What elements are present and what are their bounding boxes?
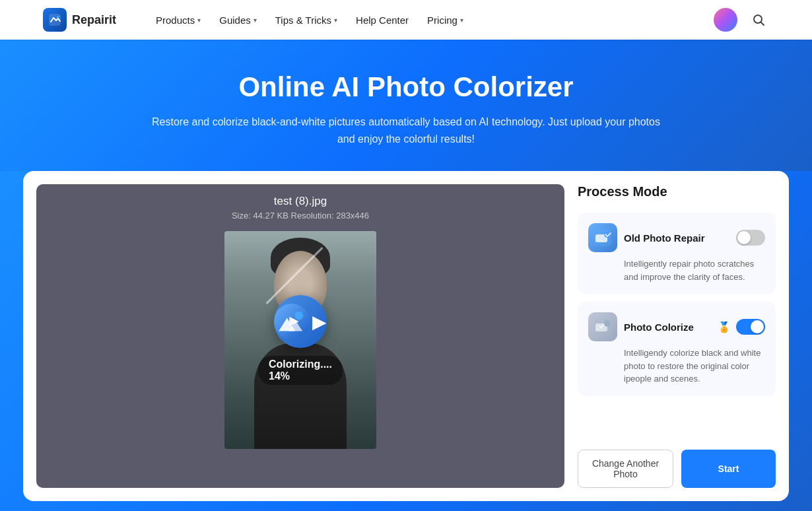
mode-card-colorize: Photo Colorize 🏅 Intelligendy colorize b… (578, 302, 776, 396)
colorize-mode-label: Photo Colorize (624, 322, 712, 333)
mode-card-repair-header: Old Photo Repair (588, 223, 765, 252)
mode-card-repair: Old Photo Repair Intelligently repair ph… (578, 213, 776, 294)
colorize-mode-desc: Intelligendy colorize black and white ph… (588, 347, 765, 386)
hero-subtitle: Restore and colorize black-and-white pic… (142, 114, 670, 147)
logo-area[interactable]: Repairit (43, 8, 116, 32)
search-icon[interactable] (748, 9, 769, 30)
repair-icon (274, 295, 327, 348)
mode-card-colorize-header: Photo Colorize 🏅 (588, 312, 765, 341)
start-button[interactable]: Start (681, 450, 776, 488)
nav-inner: Repairit Products ▾ Guides ▾ Tips & Tric… (43, 8, 769, 32)
nav-right (714, 8, 769, 32)
avatar[interactable] (714, 8, 737, 32)
colorize-mode-icon (588, 312, 617, 341)
process-mode-title: Process Mode (578, 184, 776, 199)
right-panel: Process Mode Old Photo Repair (578, 184, 776, 488)
repair-mode-desc: Intelligently repair photo scratches and… (588, 257, 765, 283)
nav-item-products[interactable]: Products ▾ (148, 9, 209, 31)
nav-item-guides[interactable]: Guides ▾ (211, 9, 265, 31)
chevron-down-icon: ▾ (460, 17, 463, 24)
logo-text: Repairit (72, 13, 116, 27)
nav-links: Products ▾ Guides ▾ Tips & Tricks ▾ Help… (148, 9, 693, 31)
bottom-actions: Change Another Photo Start (578, 436, 776, 488)
file-info: Size: 44.27 KB Resolution: 283x446 (232, 211, 369, 221)
colorize-toggle[interactable] (736, 319, 765, 335)
main-card: test (8).jpg Size: 44.27 KB Resolution: … (23, 171, 789, 501)
repair-title-row: Old Photo Repair (624, 230, 765, 246)
image-panel: test (8).jpg Size: 44.27 KB Resolution: … (36, 184, 564, 488)
chevron-down-icon: ▾ (334, 17, 337, 24)
chevron-down-icon: ▾ (197, 17, 201, 24)
photo-container: Colorizing.... 14% (224, 231, 376, 449)
hero-section: Online AI Photo Colorizer Restore and co… (0, 40, 812, 171)
nav-item-pricing[interactable]: Pricing ▾ (419, 9, 471, 31)
svg-point-13 (604, 320, 611, 327)
hero-title: Online AI Photo Colorizer (13, 71, 799, 103)
svg-point-1 (57, 16, 59, 18)
logo-icon (43, 8, 67, 32)
colorize-title-row: Photo Colorize 🏅 (624, 319, 765, 335)
nav-item-help[interactable]: Help Center (348, 9, 417, 31)
svg-point-6 (295, 312, 304, 320)
processing-overlay: Colorizing.... 14% (258, 295, 343, 385)
repair-mode-label: Old Photo Repair (624, 232, 731, 244)
nav-item-tips[interactable]: Tips & Tricks ▾ (267, 9, 345, 31)
premium-badge-icon: 🏅 (718, 321, 731, 333)
navbar: Repairit Products ▾ Guides ▾ Tips & Tric… (0, 0, 812, 40)
repair-mode-icon (588, 223, 617, 252)
chevron-down-icon: ▾ (254, 17, 257, 24)
file-name: test (8).jpg (274, 195, 327, 208)
change-photo-button[interactable]: Change Another Photo (578, 450, 673, 488)
main-card-wrapper: test (8).jpg Size: 44.27 KB Resolution: … (0, 171, 812, 511)
progress-text: Colorizing.... 14% (258, 356, 343, 385)
repair-toggle[interactable] (736, 230, 765, 246)
